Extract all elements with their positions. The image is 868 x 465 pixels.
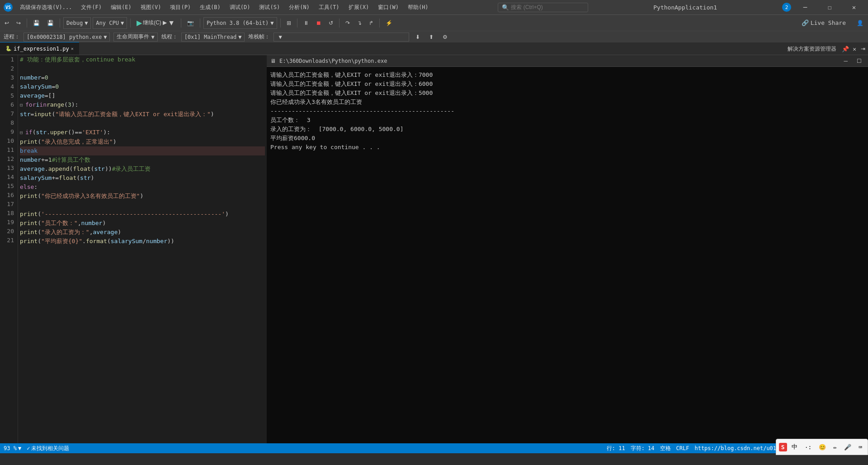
menu-extensions[interactable]: 扩展(X) xyxy=(344,2,374,13)
thread-dropdown[interactable]: [0x1] MainThread ▼ xyxy=(181,33,245,42)
step-over-button[interactable]: ↷ xyxy=(343,17,353,29)
process-label: 进程： xyxy=(4,33,20,41)
redo-button[interactable]: ↪ xyxy=(14,17,24,29)
python-file-icon: 🐍 xyxy=(5,46,12,52)
save-button[interactable]: 💾 xyxy=(30,17,42,29)
user-icon[interactable]: 👤 xyxy=(854,17,866,29)
menu-advanced-save[interactable]: 高级保存选项(V)... xyxy=(15,2,76,13)
notification-badge[interactable]: 2 xyxy=(782,3,791,12)
terminal-title: E:\360Downloads\Python\python.exe xyxy=(279,56,387,66)
status-encoding[interactable]: CRLF xyxy=(676,445,689,451)
toolbar-sep-6 xyxy=(280,19,281,28)
sogou-emoji-btn[interactable]: 😊 xyxy=(816,442,829,452)
code-line-14: salarySum+=float(str) xyxy=(20,174,265,183)
sogou-keyboard-btn[interactable]: ⌨️ xyxy=(856,442,865,452)
chevron-down-icon: ▼ xyxy=(85,20,88,26)
expand-right-icon[interactable]: ⇥ xyxy=(858,43,868,55)
camera-button[interactable]: 📷 xyxy=(184,17,197,29)
menu-help[interactable]: 帮助(H) xyxy=(403,2,433,13)
minimize-button[interactable]: ─ xyxy=(795,0,816,14)
menu-edit[interactable]: 编辑(E) xyxy=(106,2,136,13)
debug-mode-dropdown[interactable]: Debug ▼ xyxy=(63,17,91,29)
process-dropdown[interactable]: [0x00002318] python.exe ▼ xyxy=(24,33,110,42)
thread-label: 线程： xyxy=(161,33,178,41)
sogou-punctuation-btn[interactable]: ·: xyxy=(802,442,815,452)
close-button[interactable]: ✕ xyxy=(844,0,864,14)
code-line-9: ⊟if(str.upper()=='EXIT'): xyxy=(20,128,265,137)
solution-explorer-tab: 解决方案资源管理器 📌 ✕ ⇥ xyxy=(784,43,868,55)
terminal-content[interactable]: 请输入员工的工资金额，键入EXIT or exit退出录入：7000 请输入员工… xyxy=(267,67,868,443)
menu-build[interactable]: 生成(B) xyxy=(195,2,225,13)
terminal-line-8: 平均薪资6000.0 xyxy=(270,134,864,143)
restart-button[interactable]: ↺ xyxy=(326,17,336,29)
solution-explorer-label[interactable]: 解决方案资源管理器 xyxy=(784,45,840,53)
sogou-pen-btn[interactable]: ✏️ xyxy=(830,442,840,452)
tab-if-expression[interactable]: 🐍 if_expression1.py ✕ xyxy=(0,42,79,55)
sogou-chinese-btn[interactable]: 中 xyxy=(789,442,800,452)
title-right: 2 ─ ☐ ✕ xyxy=(782,0,864,14)
continue-button[interactable]: ▶ 继续(C) ▶ ▼ xyxy=(134,17,178,29)
status-zoom[interactable]: 93 % ▼ xyxy=(4,445,21,451)
terminal-icon: 🖥 xyxy=(270,56,276,66)
python-version-dropdown[interactable]: Python 3.8 (64-bit) ▼ xyxy=(203,17,277,29)
live-share-button[interactable]: 🔗 Live Share xyxy=(797,18,850,28)
code-line-12: number+=1 #计算员工个数 xyxy=(20,155,265,164)
tab-close-button[interactable]: ✕ xyxy=(71,46,74,51)
restore-button[interactable]: ☐ xyxy=(819,0,840,14)
code-content[interactable]: # 功能：使用多层嵌套，continue break number=0 sala… xyxy=(18,55,267,443)
stack-dropdown[interactable]: ▼ xyxy=(274,33,409,42)
cpu-mode-dropdown[interactable]: Any CPU ▼ xyxy=(93,17,127,29)
tab-label: if_expression1.py xyxy=(14,46,69,52)
terminal-line-2: 请输入员工的工资金额，键入EXIT or exit退出录入：6000 xyxy=(270,80,864,89)
search-icon: 🔍 xyxy=(502,4,509,11)
undo-button[interactable]: ↩ xyxy=(2,17,12,29)
menu-window[interactable]: 窗口(W) xyxy=(373,2,403,13)
terminal-minimize[interactable]: ─ xyxy=(841,55,850,67)
save-all-button[interactable]: 💾 xyxy=(44,17,57,29)
live-share-icon: 🔗 xyxy=(802,19,809,26)
line-numbers: 1 2 3 4 5 6 7 8 9 10 11 12 13 14 15 16 1… xyxy=(0,55,18,443)
terminal-line-1: 请输入员工的工资金额，键入EXIT or exit退出录入：7000 xyxy=(270,70,864,80)
search-box[interactable]: 🔍 xyxy=(498,3,588,12)
toolbar-sep-2 xyxy=(60,19,60,28)
status-line[interactable]: 行: 11 xyxy=(607,445,625,452)
menu-file[interactable]: 文件(F) xyxy=(76,2,106,13)
status-space[interactable]: 空格 xyxy=(660,445,671,452)
step-into-button[interactable]: ↴ xyxy=(354,17,364,29)
code-editor[interactable]: 1 2 3 4 5 6 7 8 9 10 11 12 13 14 15 16 1… xyxy=(0,55,267,443)
status-no-issues[interactable]: ✓ 未找到相关问题 xyxy=(27,445,69,452)
sogou-mic-btn[interactable]: 🎤 xyxy=(841,442,854,452)
sogou-logo[interactable]: S xyxy=(779,443,787,451)
status-left: 93 % ▼ ✓ 未找到相关问题 xyxy=(4,445,69,452)
status-bar: 93 % ▼ ✓ 未找到相关问题 行: 11 字符: 14 空格 CRLF ht… xyxy=(0,443,868,453)
filter-icon[interactable]: ⬇ xyxy=(413,31,423,43)
code-line-5: average=[] xyxy=(20,91,265,100)
menu-test[interactable]: 测试(S) xyxy=(255,2,284,13)
close-solution-icon[interactable]: ✕ xyxy=(853,46,856,52)
chevron-down-icon-zoom: ▼ xyxy=(18,445,21,451)
chevron-down-icon-proc: ▼ xyxy=(104,34,107,40)
chevron-down-icon-3: ▼ xyxy=(270,20,274,26)
layout-button[interactable]: ⊞ xyxy=(284,17,294,29)
terminal-maximize[interactable]: ☐ xyxy=(854,55,864,67)
menu-debug[interactable]: 调试(D) xyxy=(225,2,255,13)
main-content: 1 2 3 4 5 6 7 8 9 10 11 12 13 14 15 16 1… xyxy=(0,55,868,443)
status-col[interactable]: 字符: 14 xyxy=(631,445,655,452)
menu-analyze[interactable]: 分析(N) xyxy=(284,2,314,13)
menu-view[interactable]: 视图(V) xyxy=(136,2,166,13)
search-input[interactable] xyxy=(511,4,579,10)
code-line-19: print("员工个数：", number) xyxy=(20,219,265,228)
toolbar-sep-8 xyxy=(339,19,340,28)
menu-tools[interactable]: 工具(T) xyxy=(314,2,344,13)
diagnostic-button[interactable]: ⚡ xyxy=(383,17,395,29)
filter-icon-2[interactable]: ⬆ xyxy=(426,31,436,43)
check-icon: ✓ xyxy=(27,445,30,451)
menu-project[interactable]: 项目(P) xyxy=(165,2,195,13)
stop-button[interactable]: ⏹ xyxy=(313,17,324,29)
toolbar-sep-9 xyxy=(379,19,380,28)
settings-icon[interactable]: ⚙ xyxy=(440,31,450,43)
step-out-button[interactable]: ↱ xyxy=(366,17,376,29)
pause-button[interactable]: ⏸ xyxy=(301,17,311,29)
pin-icon[interactable]: 📌 xyxy=(842,46,849,52)
lifecycle-dropdown[interactable]: 生命周期事件 ▼ xyxy=(113,33,157,42)
